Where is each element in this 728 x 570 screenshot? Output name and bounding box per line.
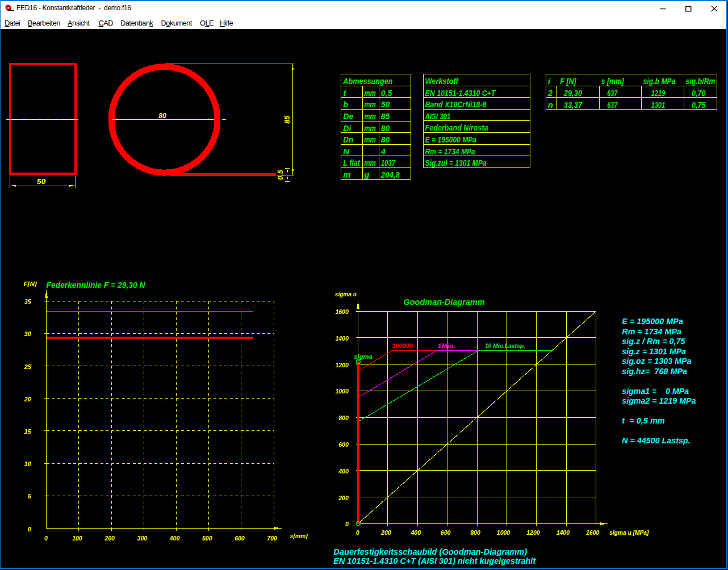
svg-text:0,75: 0,75 — [692, 100, 706, 110]
svg-text:1600: 1600 — [335, 308, 349, 315]
svg-text:Di: Di — [343, 123, 352, 133]
svg-text:sigma2 = 1219 MPa: sigma2 = 1219 MPa — [622, 396, 696, 405]
svg-text:200: 200 — [338, 494, 349, 501]
svg-text:50: 50 — [37, 177, 46, 186]
svg-text:1000: 1000 — [335, 388, 349, 395]
svg-text:Goodman-Diagramm: Goodman-Diagramm — [404, 297, 485, 307]
svg-text:F[N]: F[N] — [24, 280, 37, 287]
svg-text:4: 4 — [380, 146, 386, 156]
svg-text:De: De — [343, 111, 353, 121]
svg-text:s [mm]: s [mm] — [601, 76, 625, 86]
svg-text:10 Mio.Lastsp.: 10 Mio.Lastsp. — [485, 342, 525, 349]
svg-text:Werkstoff: Werkstoff — [425, 76, 459, 86]
svg-text:204,8: 204,8 — [380, 170, 400, 179]
svg-text:n: n — [548, 100, 553, 110]
svg-text:EN 10151-1.4310 C+T (AISI 301): EN 10151-1.4310 C+T (AISI 301) nicht kug… — [333, 556, 536, 565]
svg-text:1301: 1301 — [651, 100, 666, 110]
svg-text:5: 5 — [28, 493, 31, 500]
svg-text:400: 400 — [338, 468, 349, 475]
svg-text:sigma: sigma — [354, 353, 373, 360]
svg-text:0: 0 — [44, 535, 48, 542]
svg-text:Abmessungen: Abmessungen — [342, 76, 392, 86]
svg-text:Federband Nirosta: Federband Nirosta — [425, 123, 488, 132]
svg-text:N: N — [343, 146, 350, 156]
svg-text:Federkennlinie F = 29,30 N: Federkennlinie F = 29,30 N — [47, 280, 146, 290]
svg-text:400: 400 — [410, 529, 421, 536]
svg-text:85: 85 — [381, 111, 390, 121]
svg-text:200: 200 — [104, 535, 115, 542]
svg-text:10: 10 — [24, 460, 31, 467]
svg-text:30: 30 — [24, 330, 31, 337]
svg-text:100000: 100000 — [392, 342, 413, 349]
svg-text:800: 800 — [470, 529, 480, 536]
svg-text:Rm = 1734 MPa: Rm = 1734 MPa — [425, 146, 475, 156]
svg-text:600: 600 — [235, 535, 245, 542]
svg-text:29,30: 29,30 — [563, 88, 583, 98]
svg-text:Band X10CrNi18-8: Band X10CrNi18-8 — [425, 99, 487, 109]
svg-text:mm: mm — [364, 135, 376, 144]
svg-text:1400: 1400 — [557, 529, 570, 536]
svg-text:0,5: 0,5 — [381, 88, 392, 98]
svg-text:m: m — [343, 170, 350, 179]
svg-text:600: 600 — [441, 529, 451, 536]
svg-text:25: 25 — [24, 363, 31, 370]
svg-text:sigma o: sigma o — [335, 291, 357, 297]
svg-text:200: 200 — [380, 529, 391, 536]
svg-text:sig.z / Rm = 0,75: sig.z / Rm = 0,75 — [622, 336, 685, 346]
svg-text:sig.b MPa: sig.b MPa — [643, 76, 676, 86]
svg-text:E = 195000 MPa: E = 195000 MPa — [622, 316, 683, 326]
svg-text:1400: 1400 — [335, 335, 349, 342]
svg-text:400: 400 — [169, 535, 180, 542]
svg-text:1037: 1037 — [381, 158, 396, 167]
svg-text:300: 300 — [137, 535, 148, 542]
svg-text:b: b — [343, 99, 348, 109]
svg-text:700: 700 — [267, 535, 277, 542]
svg-text:mm: mm — [364, 123, 376, 133]
svg-text:1600: 1600 — [586, 529, 600, 536]
svg-text:35: 35 — [24, 298, 31, 305]
svg-text:100: 100 — [72, 535, 82, 542]
svg-text:0: 0 — [345, 521, 349, 527]
svg-text:g: g — [363, 170, 369, 179]
svg-text:1200: 1200 — [526, 529, 540, 536]
svg-text:0,70: 0,70 — [692, 88, 706, 98]
svg-text:0: 0 — [28, 526, 31, 533]
svg-text:1200: 1200 — [335, 362, 349, 368]
svg-text:sig.oz = 1303 MPa: sig.oz = 1303 MPa — [622, 356, 691, 366]
svg-text:0: 0 — [356, 529, 359, 536]
svg-text:2: 2 — [547, 88, 553, 98]
svg-text:sigma1 = 0 MPa: sigma1 = 0 MPa — [622, 386, 689, 396]
svg-text:1Mio.: 1Mio. — [438, 342, 455, 349]
svg-text:EN 10151-1.4310 C+T: EN 10151-1.4310 C+T — [425, 88, 496, 98]
svg-text:637: 637 — [607, 88, 618, 98]
svg-text:600: 600 — [338, 441, 349, 448]
svg-text:15: 15 — [24, 428, 31, 435]
svg-text:sig.hz= 768 MPa: sig.hz= 768 MPa — [622, 366, 687, 376]
svg-text:80: 80 — [381, 123, 390, 133]
svg-text:mm: mm — [364, 88, 376, 98]
svg-text:L flat: L flat — [343, 158, 360, 167]
svg-text:sig.z = 1301 MPa: sig.z = 1301 MPa — [622, 346, 686, 356]
svg-text:1000: 1000 — [497, 529, 511, 536]
svg-text:85: 85 — [283, 115, 291, 124]
svg-text:500: 500 — [202, 535, 212, 542]
svg-text:20: 20 — [24, 396, 31, 403]
svg-text:0,5: 0,5 — [276, 169, 284, 180]
svg-text:mm: mm — [364, 111, 376, 121]
svg-text:Dauerfestigkeitsschaubild (Goo: Dauerfestigkeitsschaubild (Goodman-Diagr… — [333, 547, 527, 556]
svg-text:637: 637 — [607, 100, 618, 110]
svg-text:mm: mm — [364, 99, 376, 109]
svg-text:t = 0,5 mm: t = 0,5 mm — [622, 416, 664, 425]
svg-text:80: 80 — [158, 111, 166, 120]
svg-text:Dn: Dn — [343, 135, 353, 144]
svg-text:N = 44500 Lastsp.: N = 44500 Lastsp. — [622, 435, 690, 445]
svg-text:F [N]: F [N] — [560, 76, 576, 86]
svg-text:sigma u [MPa]: sigma u [MPa] — [609, 529, 649, 536]
svg-text:50: 50 — [381, 99, 390, 109]
svg-text:800: 800 — [338, 414, 349, 421]
svg-text:Rm = 1734 MPa: Rm = 1734 MPa — [622, 326, 681, 336]
svg-text:mm: mm — [364, 158, 376, 167]
svg-text:sig.b/Rm: sig.b/Rm — [686, 76, 716, 86]
svg-text:E = 195000 MPa: E = 195000 MPa — [425, 135, 477, 144]
svg-text:AISI 301: AISI 301 — [425, 111, 451, 121]
